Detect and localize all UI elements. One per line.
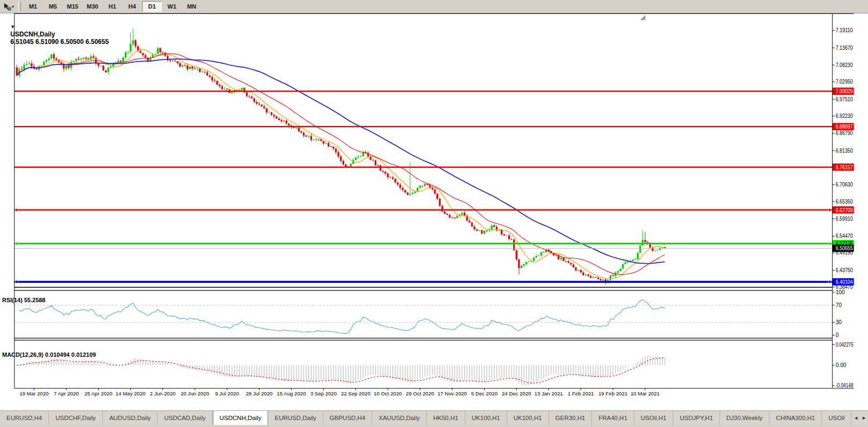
tab-GER30-H1[interactable]: GER30,H1 (549, 411, 592, 425)
macd-indicator-label: MACD(12,26,9) 0.010494 0.012109 (2, 351, 96, 358)
svg-text:6.86790: 6.86790 (836, 130, 853, 136)
svg-text:19 Mar 2020: 19 Mar 2020 (19, 391, 48, 396)
tab-GBPUSD-H4[interactable]: GBPUSD,H4 (323, 411, 372, 425)
svg-text:3 Sep 2020: 3 Sep 2020 (310, 391, 337, 396)
svg-text:70: 70 (836, 302, 842, 308)
chart-menu-icon[interactable]: ▼ (10, 23, 15, 31)
tab-scroll-left-icon[interactable]: ◄ (854, 415, 858, 421)
drawing-tool-button[interactable]: ▾ (1, 1, 16, 13)
tab-FRA40-H1[interactable]: FRA40,H1 (592, 411, 634, 425)
svg-text:29 Oct 2020: 29 Oct 2020 (406, 391, 434, 396)
tab-USDCHF-Daily[interactable]: USDCHF,Daily (49, 411, 102, 425)
svg-text:24 Dec 2020: 24 Dec 2020 (502, 391, 531, 396)
price-chart-canvas[interactable]: 7.191107.136707.082307.029506.975106.922… (0, 13, 868, 410)
tab-UK100-H1[interactable]: UK100,H1 (507, 411, 549, 425)
svg-text:6.88897: 6.88897 (836, 124, 853, 130)
svg-text:1 Feb 2021: 1 Feb 2021 (568, 391, 594, 396)
chart-area: ▼ USDCNH,Daily 6.51045 6.51090 6.50500 6… (0, 13, 868, 410)
timeframe-button-H1[interactable]: H1 (102, 1, 122, 12)
svg-text:6.76157: 6.76157 (836, 164, 853, 170)
svg-text:6.97510: 6.97510 (836, 96, 853, 102)
timeframe-button-MN[interactable]: MN (182, 1, 202, 12)
timeframe-button-M5[interactable]: M5 (43, 1, 63, 12)
tab-USDJPY-H1[interactable]: USDJPY,H1 (673, 411, 720, 425)
svg-text:6.65350: 6.65350 (836, 199, 853, 205)
chart-title: ▼ USDCNH,Daily 6.51045 6.51090 6.50500 6… (3, 16, 109, 53)
window-bottom-strip (0, 425, 868, 427)
tab-XAUUSD-Daily[interactable]: XAUUSD,Daily (372, 411, 427, 425)
main-toolbar: ▾ M1M5M15M30H1H4D1W1MN (0, 0, 868, 13)
timeframe-button-M1[interactable]: M1 (23, 1, 43, 12)
tab-DJ30-Weekly[interactable]: DJ30,Weekly (720, 411, 770, 425)
toolbar-grip (18, 2, 21, 11)
svg-text:6.62709: 6.62709 (836, 207, 853, 213)
tab-EURUSD-Daily[interactable]: EURUSD,Daily (268, 411, 323, 425)
svg-text:9 Jul 2020: 9 Jul 2020 (215, 391, 239, 396)
chart-background (14, 13, 854, 398)
tab-USDCAD-Daily[interactable]: USDCAD,Daily (158, 411, 212, 425)
tab-scroll-right-icon[interactable]: ► (862, 415, 866, 421)
svg-text:6.50655: 6.50655 (836, 245, 853, 251)
svg-text:2 Jun 2020: 2 Jun 2020 (150, 391, 176, 396)
tab-USOil[interactable]: USOil (822, 411, 851, 425)
chart-tab-bar: EURUSD,H4USDCHF,DailyAUDUSD,DailyUSDCAD,… (0, 410, 868, 425)
timeframe-button-M15[interactable]: M15 (63, 1, 83, 12)
svg-text:6.59910: 6.59910 (836, 216, 853, 222)
tab-USDCNH-Daily[interactable]: USDCNH,Daily (213, 411, 269, 425)
tab-CHINA300-H1[interactable]: CHINA300,H1 (769, 411, 822, 425)
svg-text:-0.04148: -0.04148 (836, 383, 854, 388)
svg-text:17 Nov 2020: 17 Nov 2020 (437, 391, 467, 396)
chart-symbol-label: USDCNH,Daily (10, 31, 55, 38)
timeframe-button-M30[interactable]: M30 (83, 1, 102, 12)
chart-quote-values: 6.51045 6.51090 6.50500 6.50655 (10, 38, 109, 46)
svg-text:14 May 2020: 14 May 2020 (116, 391, 146, 396)
timeframe-button-W1[interactable]: W1 (162, 1, 182, 12)
svg-text:7.19110: 7.19110 (836, 27, 853, 33)
svg-text:0.042275: 0.042275 (836, 342, 854, 348)
cursor-tool-icon (3, 3, 11, 11)
svg-text:7 Apr 2020: 7 Apr 2020 (54, 391, 79, 396)
svg-text:5 Dec 2020: 5 Dec 2020 (471, 391, 498, 396)
svg-text:6.70630: 6.70630 (836, 182, 853, 188)
svg-text:25 Apr 2020: 25 Apr 2020 (84, 391, 112, 396)
svg-text:6.81350: 6.81350 (836, 148, 853, 154)
timeframe-button-H4[interactable]: H4 (122, 1, 142, 12)
svg-text:0: 0 (836, 332, 839, 338)
tab-AUDUSD-Daily[interactable]: AUDUSD,Daily (103, 411, 158, 425)
dropdown-caret-icon: ▾ (12, 4, 14, 9)
svg-text:30: 30 (836, 319, 842, 325)
tab-USOil-H1[interactable]: USOil,H1 (634, 411, 673, 425)
svg-text:15 Aug 2020: 15 Aug 2020 (277, 391, 306, 396)
timeframe-button-D1[interactable]: D1 (142, 1, 162, 12)
svg-text:7.00029: 7.00029 (836, 88, 853, 94)
svg-text:7.08230: 7.08230 (836, 62, 853, 68)
svg-text:22 Sep 2020: 22 Sep 2020 (341, 391, 370, 396)
tab-EURUSD-H4[interactable]: EURUSD,H4 (0, 411, 49, 425)
svg-text:6.40104: 6.40104 (836, 279, 853, 285)
svg-text:6.54470: 6.54470 (836, 233, 853, 239)
svg-text:19 Feb 2021: 19 Feb 2021 (598, 391, 627, 396)
tab-HK50-H1[interactable]: HK50,H1 (427, 411, 465, 425)
rsi-indicator-label: RSI(14) 55.2588 (2, 297, 46, 303)
svg-text:6.92230: 6.92230 (836, 113, 853, 119)
timeframe-buttons: M1M5M15M30H1H4D1W1MN (23, 1, 202, 12)
svg-text:10 Mar 2021: 10 Mar 2021 (630, 391, 659, 396)
svg-text:10 Oct 2020: 10 Oct 2020 (374, 391, 402, 396)
svg-text:13 Jan 2021: 13 Jan 2021 (535, 391, 563, 396)
svg-text:28 Jul 2020: 28 Jul 2020 (246, 391, 272, 396)
svg-text:7.13670: 7.13670 (836, 45, 853, 51)
svg-text:20 Jun 2020: 20 Jun 2020 (181, 391, 209, 396)
svg-text:0.00: 0.00 (836, 362, 847, 368)
svg-text:6.43750: 6.43750 (836, 267, 853, 273)
svg-text:100: 100 (836, 289, 845, 295)
tab-UK100-H1[interactable]: UK100,H1 (465, 411, 507, 425)
svg-text:7.02950: 7.02950 (836, 79, 853, 85)
